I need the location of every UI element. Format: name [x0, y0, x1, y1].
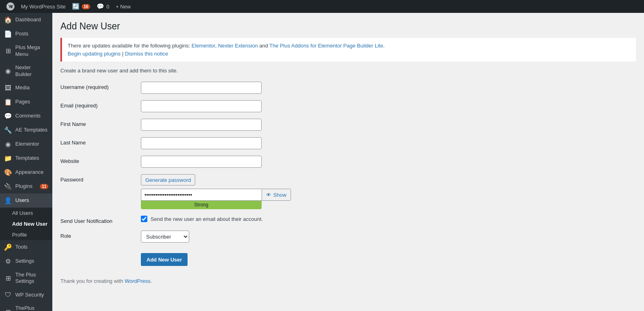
adminbar-wp-logo[interactable]	[3, 0, 18, 13]
adminbar-updates[interactable]: 🔄 16	[69, 0, 93, 13]
sidebar-label-appearance: Appearance	[15, 169, 43, 176]
plugins-badge: 11	[40, 184, 48, 189]
sidebar-label-tools: Tools	[15, 244, 27, 251]
sidebar-label-comments: Comments	[15, 113, 41, 119]
last-name-input[interactable]	[141, 137, 262, 149]
sidebar-item-templates[interactable]: 📁 Templates	[0, 151, 52, 165]
theplus-settings-icon: ⊞	[4, 308, 12, 311]
sidebar-label-pages: Pages	[15, 99, 30, 105]
notice-text-prefix: There are updates available for the foll…	[68, 43, 192, 49]
users-icon: 👤	[4, 197, 12, 204]
sidebar-item-tools[interactable]: 🔑 Tools	[0, 240, 52, 254]
updates-icon: 🔄	[72, 3, 80, 10]
sidebar-label-nexter-builder: Nexter Builder	[15, 64, 48, 78]
notice-nexter-link[interactable]: Nexter Extension	[218, 43, 258, 49]
sidebar-item-plugins[interactable]: 🔌 Plugins 11	[0, 179, 52, 194]
notification-checkbox-label: Send the new user an email about their a…	[151, 216, 263, 222]
username-input[interactable]	[141, 82, 262, 94]
comments-icon: 💬	[97, 3, 104, 10]
submenu-all-users[interactable]: All Users	[0, 208, 52, 218]
sidebar-item-elementor[interactable]: ◉ Elementor	[0, 137, 52, 151]
sidebar-label-posts: Posts	[15, 31, 29, 37]
dismiss-notice-link[interactable]: Dismiss this notice	[125, 51, 168, 57]
website-input[interactable]	[141, 156, 262, 168]
first-name-label: First Name	[60, 119, 141, 127]
profile-label: Profile	[12, 232, 27, 238]
first-name-input[interactable]	[141, 119, 262, 131]
website-label: Website	[60, 156, 141, 164]
sidebar-item-plus-mega-menu[interactable]: ⊞ Plus Mega Menu	[0, 41, 52, 61]
sidebar-label-wp-security: WP Security	[15, 292, 44, 299]
adminbar-comments[interactable]: 💬 0	[93, 0, 112, 13]
admin-menu: 🏠 Dashboard 📄 Posts ⊞ Plus Mega Menu ◉ N…	[0, 13, 52, 311]
sidebar-item-settings[interactable]: ⚙ Settings	[0, 254, 52, 268]
sidebar-label-theplus-settings: ThePlus Settings	[15, 305, 48, 311]
add-user-form: Username (required) Email (required) Fir…	[60, 82, 342, 266]
sidebar-label-settings: Settings	[15, 258, 34, 265]
email-input[interactable]	[141, 100, 262, 112]
notice-period: .	[383, 43, 385, 49]
notification-field-wrapper: Send the new user an email about their a…	[141, 216, 342, 222]
submenu-add-new-user[interactable]: Add New User	[0, 218, 52, 229]
show-password-button[interactable]: 👁 Show	[262, 189, 291, 201]
admin-bar: My WordPress Site 🔄 16 💬 0 + New	[0, 0, 644, 13]
comments-sidebar-icon: 💬	[4, 112, 12, 120]
elementor-icon: ◉	[4, 140, 12, 148]
notice-and: and	[258, 43, 270, 49]
username-field-wrapper	[141, 82, 342, 94]
adminbar-new[interactable]: + New	[112, 0, 134, 13]
footer-end: .	[151, 278, 152, 284]
sidebar-item-dashboard[interactable]: 🏠 Dashboard	[0, 13, 52, 27]
plugins-icon: 🔌	[4, 183, 12, 190]
adminbar-new-label: + New	[116, 4, 130, 10]
password-label: Password	[60, 174, 141, 183]
ae-templates-icon: 🔧	[4, 126, 12, 134]
sidebar-item-theplus-settings[interactable]: ⊞ ThePlus Settings	[0, 302, 52, 311]
sidebar-item-ae-templates[interactable]: 🔧 AE Templates	[0, 123, 52, 137]
strength-label: Strong	[194, 202, 208, 208]
add-new-user-button[interactable]: Add New User	[141, 253, 188, 266]
notification-checkbox[interactable]	[141, 216, 147, 222]
sidebar-item-users[interactable]: 👤 Users	[0, 194, 52, 208]
updates-badge: 16	[82, 4, 90, 9]
adminbar-site-name[interactable]: My WordPress Site	[18, 0, 69, 13]
notice-theplus-link[interactable]: The Plus Addons for Elementor Page Build…	[269, 43, 383, 49]
main-content: Add New User There are updates available…	[52, 13, 644, 311]
sidebar-item-comments[interactable]: 💬 Comments	[0, 109, 52, 123]
footer-prefix: Thank you for creating with	[60, 278, 125, 284]
website-row: Website	[60, 156, 342, 168]
website-field-wrapper	[141, 156, 342, 168]
first-name-row: First Name	[60, 119, 342, 131]
submit-label-spacer	[60, 249, 141, 251]
tools-icon: 🔑	[4, 243, 12, 251]
show-label: Show	[273, 192, 287, 198]
wp-security-icon: 🛡	[4, 291, 12, 299]
submenu-profile[interactable]: Profile	[0, 229, 52, 240]
sidebar-item-nexter-builder[interactable]: ◉ Nexter Builder	[0, 61, 52, 81]
sidebar-item-the-plus-settings[interactable]: ⊞ The Plus Settings	[0, 268, 52, 288]
update-notice: There are updates available for the foll…	[60, 38, 636, 62]
sidebar-item-appearance[interactable]: 🎨 Appearance	[0, 165, 52, 179]
generate-password-button[interactable]: Generate password	[141, 174, 195, 185]
plus-mega-menu-icon: ⊞	[4, 47, 12, 55]
media-icon: 🖼	[4, 84, 12, 92]
begin-updating-link[interactable]: Begin updating plugins	[68, 51, 121, 57]
pages-icon: 📋	[4, 98, 12, 106]
wp-wrap: 🏠 Dashboard 📄 Posts ⊞ Plus Mega Menu ◉ N…	[0, 13, 644, 311]
last-name-field-wrapper	[141, 137, 342, 149]
sidebar-item-wp-security[interactable]: 🛡 WP Security	[0, 288, 52, 302]
notification-row: Send User Notification Send the new user…	[60, 216, 342, 224]
submit-field-wrapper: Add New User	[141, 249, 342, 266]
sidebar-label-ae-templates: AE Templates	[15, 127, 47, 134]
sidebar-item-posts[interactable]: 📄 Posts	[0, 27, 52, 41]
role-select[interactable]: Subscriber Contributor Author Editor Adm…	[141, 231, 189, 243]
sidebar-item-pages[interactable]: 📋 Pages	[0, 95, 52, 109]
last-name-label: Last Name	[60, 137, 141, 146]
wordpress-link[interactable]: WordPress	[125, 278, 151, 284]
role-field-wrapper: Subscriber Contributor Author Editor Adm…	[141, 231, 342, 243]
notice-elementor-link[interactable]: Elementor	[192, 43, 215, 49]
password-input[interactable]	[141, 189, 262, 201]
sidebar-item-media[interactable]: 🖼 Media	[0, 81, 52, 95]
sidebar-label-templates: Templates	[15, 155, 39, 162]
username-row: Username (required)	[60, 82, 342, 94]
